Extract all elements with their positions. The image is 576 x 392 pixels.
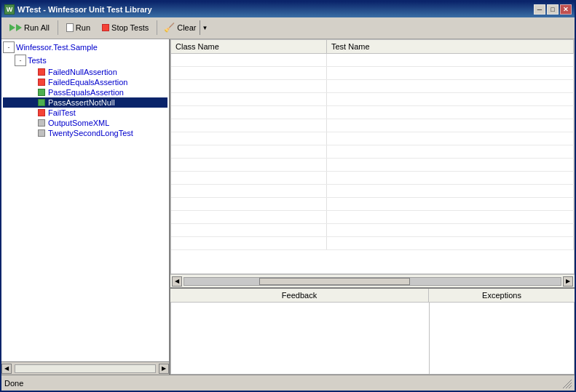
grid-cell-10-2	[327, 172, 574, 184]
close-button[interactable]: ✕	[560, 4, 572, 15]
run-icon	[66, 23, 74, 32]
main-content: - Winfessor.Test.Sample - Tests FailedNu…	[1, 39, 575, 375]
clear-icon: 🧹	[164, 23, 175, 33]
title-bar: W WTest - Winfessor Unit Test Library ─ …	[1, 1, 575, 17]
grid-cell-7-2	[327, 132, 574, 145]
run-all-icon	[9, 24, 22, 31]
exceptions-header: Exceptions	[429, 289, 575, 302]
grip-icon	[563, 380, 572, 388]
exceptions-panel[interactable]	[429, 302, 575, 375]
grid-cell-9-2	[327, 159, 574, 171]
tree-scroll-track[interactable]	[15, 364, 156, 373]
tree-expand-root[interactable]: -	[3, 41, 15, 53]
clear-dropdown[interactable]: 🧹 Clear ▼	[160, 20, 210, 36]
grid-row-10	[171, 172, 574, 185]
toolbar-separator-2	[157, 20, 157, 35]
tree-item-label-6: TwentySecondLongTest	[48, 129, 133, 137]
tree-scroll-right[interactable]: ▶	[159, 364, 169, 374]
grid-cell-8-2	[327, 145, 574, 158]
grid-col1-header: Class Name	[171, 40, 327, 53]
grid-area: Class Name Test Name	[170, 39, 575, 275]
grid-cell-1-2	[327, 54, 574, 66]
grid-cell-10-1	[171, 172, 327, 184]
scroll-right-button[interactable]: ▶	[563, 276, 573, 287]
bullet-6	[38, 129, 45, 137]
tree-item-0[interactable]: FailedNullAssertion	[3, 67, 167, 77]
play-icon	[9, 24, 15, 31]
tree-item-1[interactable]: FailedEqualsAssertion	[3, 77, 167, 87]
tree-item-4[interactable]: FailTest	[3, 108, 167, 118]
run-all-button[interactable]: Run All	[4, 20, 55, 36]
tree-item-6[interactable]: TwentySecondLongTest	[3, 128, 167, 138]
svg-line-2	[569, 385, 572, 388]
minimize-button[interactable]: ─	[534, 4, 545, 15]
tree-h-scrollbar[interactable]: ◀ ▶	[1, 361, 169, 375]
tree-node-root[interactable]: - Winfessor.Test.Sample	[3, 41, 167, 54]
grid-cell-9-1	[171, 159, 327, 171]
status-bar: Done	[1, 375, 575, 391]
title-bar-left: W WTest - Winfessor Unit Test Library	[4, 4, 152, 15]
stop-tests-button[interactable]: Stop Tests	[97, 20, 154, 36]
grid-row-6	[171, 119, 574, 132]
grid-cell-11-2	[327, 185, 574, 197]
tree-item-3[interactable]: PassAssertNotNull	[3, 97, 167, 108]
bottom-panels	[170, 302, 575, 375]
resize-grip[interactable]	[561, 378, 572, 388]
grid-row-2	[171, 67, 574, 80]
tree-item-5[interactable]: OutputSomeXML	[3, 118, 167, 128]
title-controls: ─ □ ✕	[534, 4, 572, 15]
tree-tests-label: Tests	[28, 56, 47, 65]
grid-cell-5-2	[327, 106, 574, 119]
tree-node-tests[interactable]: - Tests	[3, 54, 167, 67]
bullet-0	[38, 68, 45, 76]
run-all-label: Run All	[24, 23, 50, 32]
svg-line-1	[566, 383, 572, 388]
grid-cell-15-1	[171, 237, 327, 249]
scroll-thumb[interactable]	[259, 278, 410, 285]
right-panel: Class Name Test Name	[170, 39, 575, 375]
bullet-1	[38, 79, 45, 86]
grid-h-scrollbar[interactable]: ◀ ▶	[170, 274, 575, 287]
tree-root-label: Winfessor.Test.Sample	[16, 43, 98, 52]
clear-label: Clear	[177, 23, 196, 32]
panels-row: - Winfessor.Test.Sample - Tests FailedNu…	[1, 39, 575, 375]
grid-cell-12-1	[171, 198, 327, 210]
grid-row-11	[171, 185, 574, 198]
grid-cell-15-2	[327, 237, 574, 249]
grid-cell-8-1	[171, 145, 327, 158]
clear-button[interactable]: 🧹 Clear	[161, 20, 199, 36]
grid-row-15	[171, 237, 574, 250]
run-button[interactable]: Run	[61, 20, 95, 36]
grid-cell-3-1	[171, 80, 327, 92]
maximize-button[interactable]: □	[547, 4, 559, 15]
tree-scroll-left[interactable]: ◀	[1, 364, 12, 374]
tree-item-label-2: PassEqualsAssertion	[48, 88, 124, 97]
stop-icon	[102, 24, 109, 31]
bullet-5	[38, 119, 45, 127]
bottom-section: Feedback Exceptions	[170, 287, 575, 375]
grid-body[interactable]	[171, 54, 574, 274]
clear-dropdown-arrow[interactable]: ▼	[200, 20, 210, 35]
grid-cell-13-2	[327, 211, 574, 223]
bullet-4	[38, 109, 45, 116]
tree-expand-tests[interactable]: -	[15, 55, 26, 66]
tree-item-label-4: FailTest	[48, 108, 76, 117]
grid-cell-3-2	[327, 80, 574, 92]
grid-cell-6-1	[171, 119, 327, 132]
scroll-track[interactable]	[184, 277, 561, 286]
tree-item-label-1: FailedEqualsAssertion	[48, 78, 127, 87]
grid-cell-11-1	[171, 185, 327, 197]
grid-col2-header: Test Name	[327, 40, 574, 53]
grid-cell-2-2	[327, 67, 574, 79]
grid-row-4	[171, 93, 574, 106]
grid-row-5	[171, 106, 574, 119]
scroll-left-button[interactable]: ◀	[172, 276, 182, 287]
grid-row-3	[171, 80, 574, 93]
grid-row-9	[171, 159, 574, 172]
tree-item-2[interactable]: PassEqualsAssertion	[3, 87, 167, 97]
grid-cell-6-2	[327, 119, 574, 132]
grid-cell-4-2	[327, 93, 574, 105]
feedback-panel[interactable]	[170, 302, 429, 375]
grid-cell-5-1	[171, 106, 327, 119]
tree-panel: - Winfessor.Test.Sample - Tests FailedNu…	[1, 39, 170, 375]
